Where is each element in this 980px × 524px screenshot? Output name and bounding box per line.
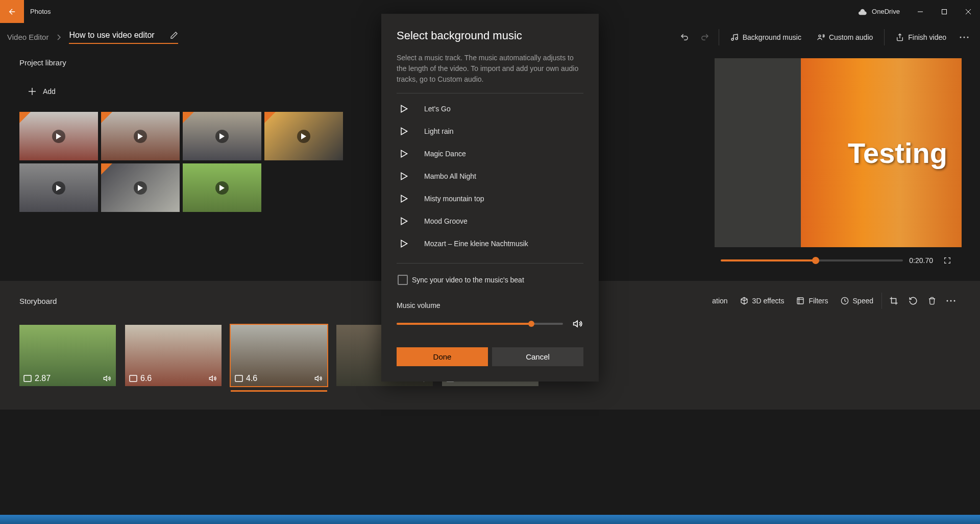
done-button[interactable]: Done [397,347,488,366]
track-item[interactable]: Mood Groove [397,210,583,232]
background-music-modal: Select background music Select a music t… [381,14,599,382]
play-outline-icon [399,239,409,249]
cancel-button[interactable]: Cancel [492,347,583,366]
sync-checkbox-row[interactable]: Sync your video to the music's beat [397,268,583,292]
play-outline-icon [399,194,409,204]
track-item[interactable]: Mozart – Eine kleine Nachtmusik [397,232,583,255]
modal-title: Select background music [397,29,583,42]
sync-checkbox[interactable] [398,275,408,285]
modal-overlay: Select background music Select a music t… [0,0,980,524]
track-list: Let's Go Light rain Magic Dance Mambo Al… [397,98,583,255]
play-outline-icon [399,216,409,226]
sync-label: Sync your video to the music's beat [412,276,524,284]
track-item[interactable]: Mambo All Night [397,165,583,187]
volume-icon [572,319,583,329]
track-item[interactable]: Magic Dance [397,142,583,165]
volume-label: Music volume [397,301,583,309]
track-item[interactable]: Misty mountain top [397,187,583,210]
volume-row [397,319,583,329]
volume-thumb[interactable] [528,321,534,327]
play-outline-icon [399,104,409,114]
play-outline-icon [399,171,409,181]
volume-slider[interactable] [397,323,563,325]
track-item[interactable]: Light rain [397,120,583,142]
modal-description: Select a music track. The music automati… [397,53,583,85]
track-item[interactable]: Let's Go [397,98,583,120]
play-outline-icon [399,126,409,136]
play-outline-icon [399,149,409,159]
